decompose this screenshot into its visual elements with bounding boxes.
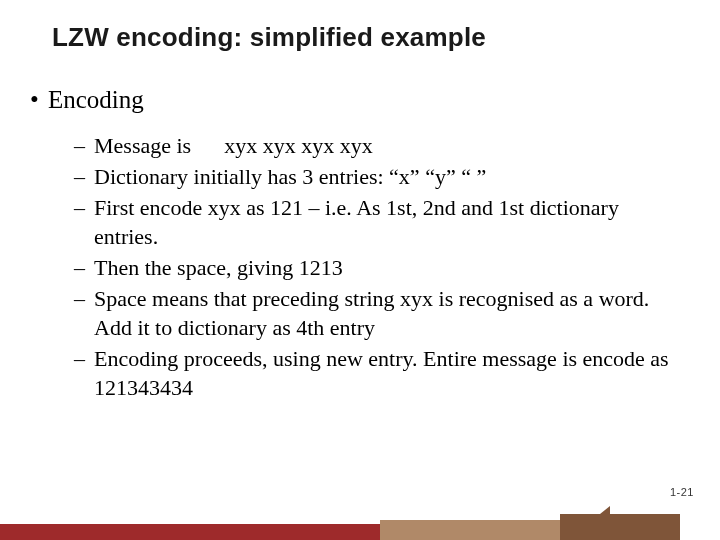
dash-icon: – <box>74 162 94 191</box>
footer-bar-brown <box>560 514 680 540</box>
list-item-text: Then the space, giving 1213 <box>94 253 680 282</box>
footer-notch-icon <box>600 506 610 514</box>
slide: LZW encoding: simplified example •Encodi… <box>0 0 720 540</box>
bullet-dot-icon: • <box>30 83 48 117</box>
dash-icon: – <box>74 344 94 402</box>
list-item: – Space means that preceding string xyx … <box>74 284 680 342</box>
dash-icon: – <box>74 284 94 342</box>
list-item-text: First encode xyx as 121 – i.e. As 1st, 2… <box>94 193 680 251</box>
subpoint-list: – Message is xyx xyx xyx xyx – Dictionar… <box>30 131 680 402</box>
footer-bar-red <box>0 524 380 540</box>
page-number: 1-21 <box>670 486 694 498</box>
list-item: – Encoding proceeds, using new entry. En… <box>74 344 680 402</box>
slide-title: LZW encoding: simplified example <box>0 0 720 53</box>
list-item-text: Dictionary initially has 3 entries: “x” … <box>94 162 680 191</box>
dash-icon: – <box>74 253 94 282</box>
list-item: – Then the space, giving 1213 <box>74 253 680 282</box>
list-item: – First encode xyx as 121 – i.e. As 1st,… <box>74 193 680 251</box>
slide-content: •Encoding – Message is xyx xyx xyx xyx –… <box>0 53 720 402</box>
footer-decoration <box>0 512 720 540</box>
list-item: – Dictionary initially has 3 entries: “x… <box>74 162 680 191</box>
dash-icon: – <box>74 193 94 251</box>
list-item: – Message is xyx xyx xyx xyx <box>74 131 680 160</box>
bullet-level1: •Encoding <box>30 83 680 117</box>
list-item-text: Message is xyx xyx xyx xyx <box>94 131 680 160</box>
dash-icon: – <box>74 131 94 160</box>
list-item-text: Encoding proceeds, using new entry. Enti… <box>94 344 680 402</box>
list-item-text: Space means that preceding string xyx is… <box>94 284 680 342</box>
bullet-level1-text: Encoding <box>48 86 144 113</box>
